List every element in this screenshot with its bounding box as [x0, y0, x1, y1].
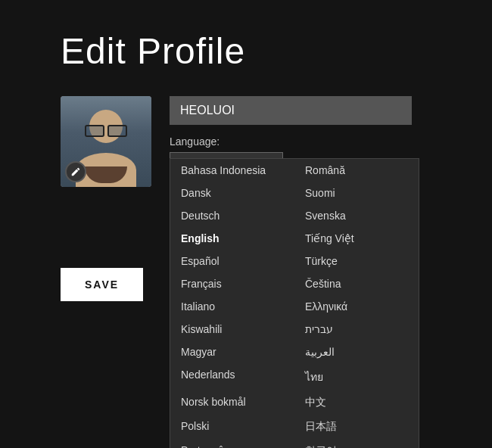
- language-option[interactable]: Türkçe: [294, 250, 419, 272]
- language-option[interactable]: Français: [170, 272, 294, 295]
- avatar-glasses: [85, 125, 127, 134]
- page-title: Edit Profile: [61, 30, 431, 72]
- language-option[interactable]: Svenska: [294, 204, 419, 227]
- edit-avatar-button[interactable]: [65, 161, 86, 182]
- language-option[interactable]: Polski: [170, 415, 294, 439]
- language-option[interactable]: 中文: [294, 390, 419, 415]
- language-option[interactable]: Bahasa Indonesia: [170, 159, 294, 182]
- language-option[interactable]: Kiswahili: [170, 318, 294, 341]
- language-option[interactable]: Suomi: [294, 182, 419, 204]
- language-option[interactable]: Nederlands: [170, 363, 294, 390]
- avatar-wrapper: [61, 96, 151, 187]
- language-label: Language:: [170, 135, 431, 148]
- language-option[interactable]: Italiano: [170, 295, 294, 318]
- avatar-beard: [85, 166, 127, 183]
- language-option[interactable]: العربية: [294, 341, 419, 363]
- page-container: Edit Profile Language: English ▼: [0, 0, 492, 331]
- language-option[interactable]: ไทย: [294, 363, 419, 390]
- language-option[interactable]: 日本語: [294, 415, 419, 439]
- language-option[interactable]: Dansk: [170, 182, 294, 204]
- language-option[interactable]: Español: [170, 250, 294, 272]
- profile-info: Language: English ▼ TV shows and movies.…: [170, 96, 431, 244]
- language-option[interactable]: Română: [294, 159, 419, 182]
- language-option[interactable]: English: [170, 227, 294, 250]
- profile-name-input[interactable]: [170, 96, 412, 125]
- language-option[interactable]: Tiếng Việt: [294, 227, 419, 250]
- language-option[interactable]: Português: [170, 439, 294, 448]
- save-button[interactable]: SAVE: [61, 268, 143, 301]
- language-option[interactable]: Norsk bokmål: [170, 390, 294, 415]
- pencil-icon: [70, 166, 81, 177]
- language-dropdown: Bahasa IndonesiaRomânăDanskSuomiDeutschS…: [170, 158, 419, 448]
- language-option[interactable]: Magyar: [170, 341, 294, 363]
- language-option[interactable]: Deutsch: [170, 204, 294, 227]
- profile-section: Language: English ▼ TV shows and movies.…: [61, 96, 431, 244]
- language-option[interactable]: Ελληνικά: [294, 295, 419, 318]
- language-option[interactable]: 한국어: [294, 439, 419, 448]
- language-option[interactable]: עברית: [294, 318, 419, 341]
- language-option[interactable]: Čeština: [294, 272, 419, 295]
